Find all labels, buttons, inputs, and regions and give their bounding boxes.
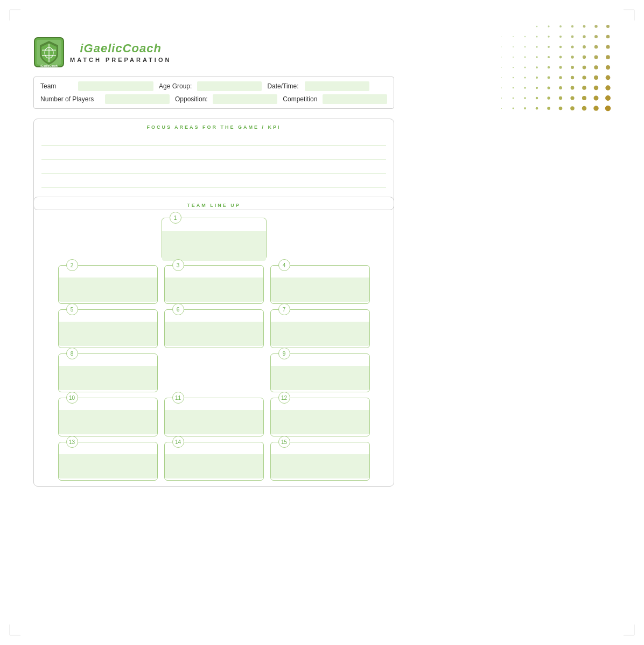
player-card-2-inner [59, 278, 157, 302]
lineup-row-2: 2 3 4 [41, 265, 386, 304]
player-card-5[interactable]: 5 [58, 309, 158, 348]
svg-point-35 [594, 56, 598, 59]
player-card-13[interactable]: 13 [58, 442, 158, 481]
svg-point-69 [524, 97, 526, 99]
team-input[interactable] [78, 81, 153, 91]
svg-point-10 [536, 36, 538, 38]
player-number-3: 3 [172, 259, 184, 271]
player-number-8: 8 [66, 348, 78, 359]
svg-point-72 [559, 96, 562, 100]
date-time-input[interactable] [305, 81, 369, 91]
svg-point-60 [536, 87, 538, 89]
focus-line-2[interactable] [41, 148, 386, 160]
player-number-6: 6 [172, 303, 184, 315]
svg-point-53 [571, 76, 574, 79]
player-card-12[interactable]: 12 [270, 398, 370, 436]
player-card-7-inner [271, 322, 369, 346]
svg-point-38 [513, 67, 514, 68]
svg-point-76 [605, 95, 611, 101]
player-card-7[interactable]: 7 [270, 309, 370, 348]
svg-point-20 [536, 46, 537, 47]
gap-row4 [164, 353, 264, 392]
player-number-2: 2 [66, 259, 78, 271]
focus-line-3[interactable] [41, 162, 386, 174]
svg-point-1 [548, 25, 549, 27]
lineup-row-6: 13 14 15 [41, 442, 386, 481]
logo: iGaelicCoach [33, 37, 65, 68]
focus-line-4[interactable] [41, 176, 386, 188]
svg-point-36 [606, 55, 610, 59]
player-number-1: 1 [170, 212, 181, 224]
svg-point-4 [583, 25, 586, 28]
svg-point-71 [547, 96, 550, 99]
svg-point-33 [571, 56, 574, 59]
player-number-10: 10 [66, 392, 78, 404]
player-card-6[interactable]: 6 [164, 309, 264, 348]
player-card-4[interactable]: 4 [270, 265, 370, 304]
player-card-5-inner [59, 322, 157, 346]
svg-point-51 [548, 77, 550, 79]
svg-point-78 [513, 108, 514, 109]
player-card-10[interactable]: 10 [58, 398, 158, 436]
subtitle: MATCH PREPARATION [70, 57, 171, 63]
svg-point-21 [548, 46, 550, 48]
svg-point-31 [548, 56, 550, 58]
player-number-11: 11 [172, 392, 184, 404]
player-card-15[interactable]: 15 [270, 442, 370, 481]
page: iGaelicCoach iGaelicCoach MATCH PREPARAT… [0, 0, 644, 645]
player-card-11[interactable]: 11 [164, 398, 264, 436]
opposition-input[interactable] [213, 94, 277, 104]
svg-point-40 [536, 66, 538, 68]
svg-point-70 [536, 97, 538, 100]
corner-mark-bl [10, 625, 20, 635]
player-card-12-inner [271, 410, 369, 434]
player-number-13: 13 [66, 436, 78, 448]
svg-point-6 [606, 25, 610, 28]
player-card-1[interactable]: 1 [162, 218, 267, 260]
corner-mark-tr [624, 10, 634, 20]
player-card-6-inner [165, 322, 263, 346]
svg-point-43 [571, 66, 574, 69]
svg-point-47 [501, 77, 502, 78]
info-row-1: Team Age Group: Date/Time: [40, 81, 387, 91]
info-row-2: Number of Players Opposition: Competitio… [40, 94, 387, 104]
svg-point-65 [594, 86, 599, 91]
svg-point-22 [559, 46, 562, 48]
lineup-row-1: 1 [41, 218, 386, 260]
svg-point-54 [582, 75, 586, 79]
num-players-input[interactable] [105, 94, 170, 104]
lineup-section: TEAM LINE UP 1 2 3 4 [33, 197, 394, 487]
lineup-row-5: 10 11 12 [41, 398, 386, 436]
svg-point-61 [547, 86, 550, 89]
player-card-3-inner [165, 278, 263, 302]
player-card-2[interactable]: 2 [58, 265, 158, 304]
competition-label: Competition [283, 95, 317, 103]
svg-point-24 [583, 45, 586, 48]
player-card-14[interactable]: 14 [164, 442, 264, 481]
player-card-8[interactable]: 8 [58, 353, 158, 392]
svg-point-39 [524, 67, 526, 68]
svg-point-7 [501, 36, 501, 37]
svg-point-25 [594, 45, 598, 49]
lineup-grid: 1 2 3 4 [41, 212, 386, 481]
svg-point-13 [571, 36, 574, 38]
dot-pattern [496, 11, 614, 119]
svg-text:iGaelicCoach: iGaelicCoach [40, 64, 58, 67]
player-card-11-inner [165, 410, 263, 434]
player-card-3[interactable]: 3 [164, 265, 264, 304]
competition-input[interactable] [323, 94, 387, 104]
info-bar: Team Age Group: Date/Time: Number of Pla… [33, 77, 394, 109]
svg-point-66 [605, 85, 610, 90]
svg-point-55 [594, 75, 598, 80]
svg-point-80 [536, 107, 538, 110]
svg-point-82 [559, 107, 563, 110]
player-card-13-inner [59, 454, 157, 478]
svg-point-73 [570, 96, 574, 100]
svg-point-62 [559, 86, 562, 89]
age-group-input[interactable] [197, 81, 262, 91]
player-card-1-inner [162, 231, 266, 261]
focus-line-1[interactable] [41, 134, 386, 146]
player-card-9[interactable]: 9 [270, 353, 370, 392]
player-number-7: 7 [278, 303, 290, 315]
svg-point-14 [583, 35, 585, 38]
